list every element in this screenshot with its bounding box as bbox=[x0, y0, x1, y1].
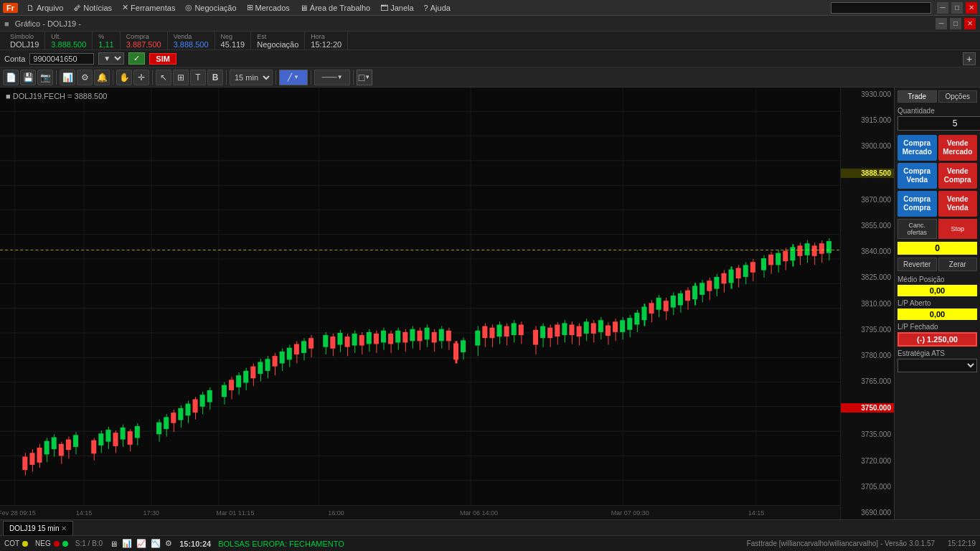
menu-mercados[interactable]: ⊞ Mercados bbox=[242, 0, 294, 16]
menu-janela[interactable]: 🗔 Janela bbox=[376, 0, 418, 16]
svg-rect-61 bbox=[178, 408, 183, 420]
menu-bar: Fr 🗋 Arquivo 🗞 Notícias ✕ Ferramentas ◎ … bbox=[0, 0, 980, 16]
alerts-button[interactable]: 🔔 bbox=[94, 70, 110, 85]
sell-value: 3.888.500 bbox=[174, 40, 209, 49]
background-button[interactable]: □ ▼ bbox=[357, 70, 372, 85]
s1-b0-value: S:1 / B:0 bbox=[75, 540, 103, 547]
title-bar: ■ Gráfico - DOLJ19 - ─ □ ✕ bbox=[0, 16, 980, 32]
taskbar-icon-5[interactable]: ⚙ bbox=[165, 539, 172, 548]
vende-venda-button[interactable]: VendeVenda bbox=[938, 191, 978, 217]
check-button[interactable]: ✓ bbox=[128, 52, 145, 65]
timeframe-select[interactable]: 15 min 1 min 5 min 30 min 60 min Diário bbox=[230, 70, 273, 85]
stop-button[interactable]: Stop bbox=[938, 219, 978, 239]
buy-value: 3.887.500 bbox=[126, 40, 161, 49]
line-color-button[interactable]: ╱ ▼ bbox=[279, 70, 308, 85]
bold-button[interactable]: B bbox=[207, 70, 223, 85]
sim-button[interactable]: SIM bbox=[149, 53, 176, 65]
menu-noticias[interactable]: 🗞 Notícias bbox=[69, 0, 116, 16]
svg-rect-89 bbox=[287, 348, 292, 360]
svg-rect-109 bbox=[367, 332, 372, 344]
svg-rect-143 bbox=[497, 324, 502, 336]
svg-rect-83 bbox=[265, 359, 270, 371]
lp-fechado-value: (-) 1.250,00 bbox=[897, 332, 977, 347]
menu-arquivo[interactable]: 🗋 Arquivo bbox=[22, 0, 67, 16]
add-panel-button[interactable]: + bbox=[963, 52, 976, 65]
menu-ajuda[interactable]: ? Ajuda bbox=[420, 0, 455, 16]
price-3705: 3705.000 bbox=[841, 483, 894, 491]
svg-rect-209 bbox=[743, 265, 748, 277]
lp-aberto-label: L/P Aberto bbox=[897, 299, 977, 307]
svg-rect-139 bbox=[482, 326, 487, 339]
svg-rect-111 bbox=[374, 334, 379, 344]
crosshair-button[interactable]: ✛ bbox=[133, 70, 149, 85]
svg-rect-91 bbox=[294, 344, 299, 355]
svg-rect-47 bbox=[113, 433, 118, 446]
tab-close-icon[interactable]: ✕ bbox=[61, 524, 67, 532]
vende-compra-button[interactable]: VendeCompra bbox=[938, 163, 978, 189]
taskbar-icon-4[interactable]: 📉 bbox=[151, 539, 161, 548]
taskbar-icon-3[interactable]: 📈 bbox=[136, 539, 146, 548]
reverter-button[interactable]: Reverter bbox=[897, 258, 937, 271]
rev-row: Reverter Zerar bbox=[897, 258, 977, 271]
canc-ofertas-button[interactable]: Canc. ofertas bbox=[897, 219, 937, 239]
bottom-tab-dolj19[interactable]: DOLJ19 15 min ✕ bbox=[3, 521, 73, 535]
svg-rect-69 bbox=[207, 390, 212, 402]
chart-close-button[interactable]: ✕ bbox=[964, 18, 976, 29]
compra-venda-button[interactable]: CompraVenda bbox=[897, 163, 937, 189]
account-input[interactable] bbox=[29, 53, 94, 65]
menu-ferramentas[interactable]: ✕ Ferramentas bbox=[118, 0, 179, 16]
quantity-input[interactable] bbox=[897, 116, 980, 131]
close-button[interactable]: ✕ bbox=[966, 2, 977, 14]
new-chart-button[interactable]: 📄 bbox=[3, 70, 19, 85]
taskbar-icon-1[interactable]: 🖥 bbox=[110, 540, 118, 548]
chart-area[interactable]: ■ DOLJ19.FECH = 3888.500 bbox=[0, 88, 894, 519]
chart-maximize-button[interactable]: □ bbox=[950, 18, 961, 29]
pct-value: 1,11 bbox=[98, 40, 113, 49]
neg-value: 45.119 bbox=[221, 40, 245, 49]
tab-opcoes[interactable]: Opções bbox=[938, 90, 978, 103]
pct-col: % 1,11 bbox=[93, 32, 120, 50]
tab-trade[interactable]: Trade bbox=[897, 90, 937, 103]
line-style-button[interactable]: ─── ▼ bbox=[314, 70, 350, 85]
neg-indicator: NEG bbox=[35, 540, 68, 547]
hand-tool-button[interactable]: ✋ bbox=[116, 70, 132, 85]
account-dropdown[interactable]: ▼ bbox=[98, 52, 124, 65]
status-version: Fasttrade [williancarvalho/williancarval… bbox=[747, 540, 935, 547]
strategy-select[interactable] bbox=[897, 359, 977, 372]
svg-rect-85 bbox=[273, 356, 278, 367]
svg-rect-31 bbox=[44, 441, 50, 455]
menu-area-trabalho[interactable]: 🖥 Área de Trabalho bbox=[296, 0, 374, 16]
indicators-button[interactable]: 📊 bbox=[60, 70, 75, 85]
time-1415b: 14:15 bbox=[748, 509, 765, 517]
search-input[interactable] bbox=[831, 2, 931, 14]
svg-rect-129 bbox=[439, 329, 444, 342]
svg-rect-157 bbox=[555, 324, 560, 336]
svg-rect-67 bbox=[200, 395, 205, 407]
plus-button[interactable]: ⊞ bbox=[173, 70, 189, 85]
compra-compra-button[interactable]: CompraCompra bbox=[897, 191, 937, 217]
settings-button[interactable]: ⚙ bbox=[77, 70, 93, 85]
text-button[interactable]: T bbox=[190, 70, 206, 85]
zerar-button[interactable]: Zerar bbox=[938, 258, 978, 271]
window-controls: ─ □ ✕ bbox=[937, 2, 977, 14]
neg-dot-green bbox=[62, 541, 68, 547]
svg-rect-49 bbox=[121, 428, 126, 440]
noticias-icon: 🗞 bbox=[73, 4, 81, 12]
cursor-button[interactable]: ↖ bbox=[156, 70, 171, 85]
svg-rect-215 bbox=[768, 255, 773, 265]
svg-rect-221 bbox=[790, 247, 795, 260]
symbol-value: DOLJ19 bbox=[10, 40, 39, 49]
save-button[interactable]: 💾 bbox=[20, 70, 36, 85]
svg-rect-183 bbox=[649, 303, 654, 314]
minimize-button[interactable]: ─ bbox=[937, 2, 948, 14]
trade-btn-row-3: CompraCompra VendeVenda bbox=[897, 191, 977, 217]
svg-rect-35 bbox=[59, 444, 64, 456]
maximize-button[interactable]: □ bbox=[951, 2, 963, 14]
vende-mercado-button[interactable]: VendeMercado bbox=[938, 135, 978, 161]
compra-mercado-button[interactable]: CompraMercado bbox=[897, 135, 937, 161]
chart-minimize-button[interactable]: ─ bbox=[936, 18, 947, 29]
taskbar-icon-2[interactable]: 📊 bbox=[122, 539, 132, 548]
camera-button[interactable]: 📷 bbox=[37, 70, 53, 85]
menu-negociacao[interactable]: ◎ Negociação bbox=[181, 0, 240, 16]
svg-rect-153 bbox=[540, 326, 545, 339]
